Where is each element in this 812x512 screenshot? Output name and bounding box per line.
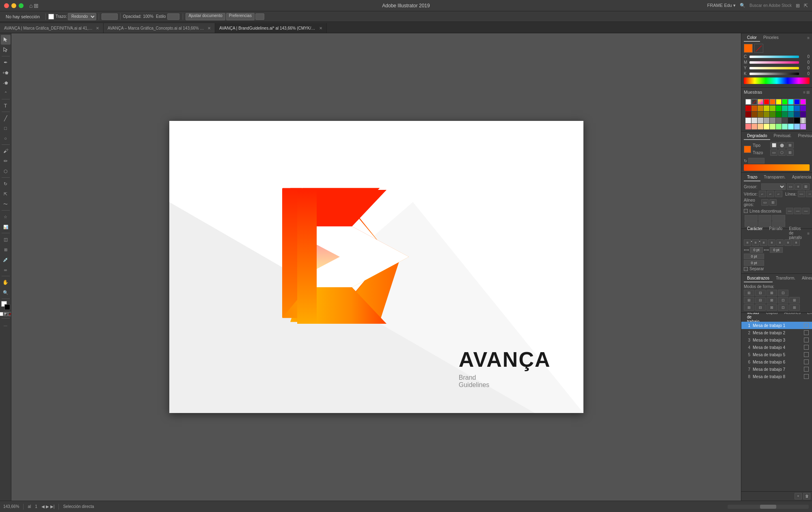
bust-btn-3[interactable]: ⊠ [767,297,777,303]
s19[interactable] [794,112,800,117]
white-swatch[interactable] [745,99,751,105]
frame-edu-label[interactable]: FRAME Edu ▾ [707,3,736,8]
tipo-btn-3[interactable]: ⊠ [786,142,794,148]
next-page-btn[interactable]: ▶ [46,504,49,509]
relleno-btn-3[interactable]: ⌐ [775,191,782,197]
blend-tool[interactable]: ∞ [1,265,11,275]
red-swatch[interactable] [764,99,769,105]
gradient-btn[interactable] [4,312,8,316]
s4[interactable] [764,105,769,111]
previsual1-tab[interactable]: Previsual. [770,132,795,140]
more-tools[interactable]: … [1,320,11,329]
color-panel-header[interactable]: Color Pinceles ≡ [741,33,812,42]
add-anchor-tool[interactable]: +⬟ [1,68,11,77]
tab-2[interactable]: AVANÇA – Marca Gráfica_Concepto.ai al 14… [104,23,215,33]
grosor-btn-2[interactable]: ≡ [795,183,802,190]
magenta-swatch[interactable] [800,99,806,105]
s8[interactable] [788,105,794,111]
s7[interactable] [782,105,788,111]
home-icon[interactable]: ⌂ [29,2,32,9]
color-tab[interactable]: Color [744,34,760,42]
transparen-tab[interactable]: Transparen. [760,174,789,181]
sr8[interactable] [788,124,794,129]
transformar-tab[interactable]: Transform. [773,275,799,282]
tab-1[interactable]: AVANÇA | Marca Gráfica_DEFINITIVA.ai al … [0,23,104,33]
s13[interactable] [758,112,763,117]
s18[interactable] [788,112,794,117]
prev-page-btn[interactable]: ◀ [41,504,45,509]
del-mesa-btn[interactable]: 🗑 [803,493,810,499]
mesas-panel-header[interactable]: Mesas de trabajo Capas Acciones Enlaces … [741,313,812,322]
sg8[interactable] [788,118,794,123]
alinear-tab[interactable]: Alinear [799,275,812,282]
eyedropper-tool[interactable]: 💉 [1,255,11,265]
bust-btn-8[interactable]: ⊠ [767,304,777,311]
tipo-btn-2[interactable]: ⬤ [778,142,786,148]
zoom-tool[interactable]: 🔍 [1,288,11,297]
selection-tool[interactable] [1,35,11,45]
bust-btn-10[interactable]: ⊞ [789,304,800,311]
angle-input[interactable] [748,158,764,163]
bust-btn-4[interactable]: ⊡ [778,297,788,303]
spacing-input-4[interactable] [744,260,764,266]
bust-btn-7[interactable]: ⊟ [755,304,766,311]
grid-icon[interactable]: ⊞ [34,2,39,9]
h-scrollbar-thumb[interactable] [760,505,776,509]
align-justify-all-icon[interactable]: ≡ [776,239,784,246]
hand-tool[interactable]: ✋ [1,278,11,287]
k-slider[interactable] [749,73,799,75]
fullscreen-button[interactable] [19,3,24,8]
tab-1-close[interactable]: ✕ [96,26,99,30]
sg5[interactable] [770,118,775,123]
trazo-panel-header[interactable]: Trazo Transparen. Apariencia Estilo ≡ [741,173,812,182]
mesa-item-4[interactable]: 4 Mesa de trabajo 4 [741,344,812,351]
trazo-btn-2[interactable]: ⬡ [778,149,786,156]
spectrum-bar[interactable] [744,77,810,84]
paintbrush-tool[interactable]: 🖌 [1,146,11,156]
s20[interactable] [800,112,806,117]
muestras-list-icon[interactable]: ≡ [803,90,806,95]
buscatrazos-tab[interactable]: Buscatrazos [744,275,773,282]
s3[interactable] [758,105,763,111]
grosor-select[interactable] [761,183,786,190]
dash-input-1[interactable] [745,215,758,221]
sg9[interactable] [794,118,800,123]
modo-btn-2[interactable]: ⊟ [755,290,766,296]
line-tool[interactable]: ╱ [1,113,11,123]
muestras-panel-header[interactable]: Muestras ≡ ⊞ [741,88,812,97]
buscatrazos-header[interactable]: Buscatrazos Transform. Alinear Propiedad… [741,274,812,283]
color-swatches[interactable] [1,301,10,310]
direct-selection-tool[interactable] [1,45,11,55]
delete-anchor-tool[interactable]: -⬟ [1,78,11,88]
bust-btn-5[interactable]: ⊞ [789,297,800,303]
graph-tool[interactable]: 📊 [1,222,11,232]
degradado-tab[interactable]: Degradado [744,132,770,140]
align-right-icon[interactable]: ≡ [760,239,767,246]
spacing-input-3[interactable] [744,254,764,259]
tab-3-close[interactable]: ✕ [319,26,322,30]
previsual2-tab[interactable]: Previsual. [795,132,812,140]
mesa-item-6[interactable]: 6 Mesa de trabajo 6 [741,358,812,366]
type-tool[interactable]: T [1,101,11,110]
modo-btn-4[interactable]: ⊡ [778,290,788,296]
s12[interactable] [752,112,757,117]
linea-btn-2[interactable]: → [806,191,812,197]
adjust-doc-btn[interactable]: Ajustar documento [186,13,225,20]
sr9[interactable] [794,124,800,129]
sg7[interactable] [782,118,788,123]
trazo-tab[interactable]: Trazo [744,174,760,181]
bust-btn-9[interactable]: ⊡ [778,304,788,311]
sg4[interactable] [764,118,769,123]
convert-anchor-tool[interactable]: ⌃ [1,88,11,98]
pinceles-tab[interactable]: Pinceles [760,34,782,42]
style-box[interactable] [167,13,179,20]
color-btn[interactable] [0,312,3,316]
s9[interactable] [794,105,800,111]
orange-swatch[interactable] [770,99,775,105]
m-slider[interactable] [749,61,799,64]
spacing-input-1[interactable] [750,247,763,253]
s17[interactable] [782,112,788,117]
s2[interactable] [752,105,757,111]
s1[interactable] [745,105,751,111]
relleno-btn-2[interactable]: ⌐ [767,191,774,197]
